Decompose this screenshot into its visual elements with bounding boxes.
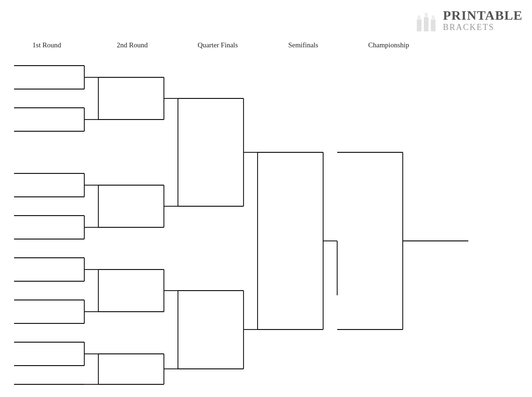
svg-rect-6 <box>425 13 428 17</box>
svg-rect-0 <box>417 22 421 31</box>
label-qf: Quarter Finals <box>185 41 251 49</box>
logo-bottom: BRACKETS <box>443 23 523 32</box>
label-ch: Championship <box>356 41 421 49</box>
svg-rect-1 <box>424 17 429 31</box>
svg-rect-5 <box>418 15 421 20</box>
label-sf: Semifinals <box>271 41 336 49</box>
logo: PRINTABLE BRACKETS <box>414 8 523 32</box>
logo-icon <box>414 9 438 31</box>
label-r2: 2nd Round <box>100 41 165 49</box>
svg-rect-2 <box>431 22 436 31</box>
round-labels: 1st Round 2nd Round Quarter Finals Semif… <box>14 41 421 49</box>
label-r1: 1st Round <box>14 41 80 49</box>
logo-top: PRINTABLE <box>443 8 523 23</box>
bracket: line { stroke: #111; stroke-width: 1.8; … <box>9 52 501 389</box>
svg-rect-7 <box>432 15 435 20</box>
logo-text: PRINTABLE BRACKETS <box>443 8 523 32</box>
